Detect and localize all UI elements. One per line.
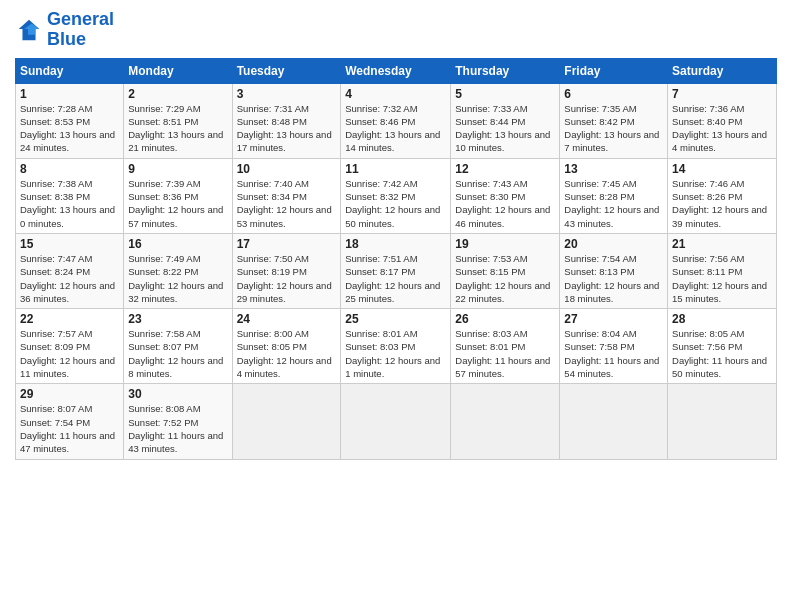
day-number: 27 [564,312,663,326]
calendar-cell: 3Sunrise: 7:31 AMSunset: 8:48 PMDaylight… [232,83,341,158]
calendar-body: 1Sunrise: 7:28 AMSunset: 8:53 PMDaylight… [16,83,777,459]
day-info: Sunrise: 7:58 AMSunset: 8:07 PMDaylight:… [128,327,227,380]
day-info: Sunrise: 7:50 AMSunset: 8:19 PMDaylight:… [237,252,337,305]
day-info: Sunrise: 7:43 AMSunset: 8:30 PMDaylight:… [455,177,555,230]
calendar-cell: 17Sunrise: 7:50 AMSunset: 8:19 PMDayligh… [232,233,341,308]
day-number: 25 [345,312,446,326]
day-number: 1 [20,87,119,101]
calendar-header-row: SundayMondayTuesdayWednesdayThursdayFrid… [16,58,777,83]
header: General Blue [15,10,777,50]
calendar-cell: 16Sunrise: 7:49 AMSunset: 8:22 PMDayligh… [124,233,232,308]
logo: General Blue [15,10,114,50]
calendar-cell: 15Sunrise: 7:47 AMSunset: 8:24 PMDayligh… [16,233,124,308]
logo-text: General Blue [47,10,114,50]
day-number: 24 [237,312,337,326]
day-number: 3 [237,87,337,101]
day-info: Sunrise: 7:45 AMSunset: 8:28 PMDaylight:… [564,177,663,230]
calendar-cell: 25Sunrise: 8:01 AMSunset: 8:03 PMDayligh… [341,309,451,384]
day-number: 15 [20,237,119,251]
day-number: 28 [672,312,772,326]
day-number: 6 [564,87,663,101]
day-info: Sunrise: 7:31 AMSunset: 8:48 PMDaylight:… [237,102,337,155]
day-number: 17 [237,237,337,251]
calendar-cell: 27Sunrise: 8:04 AMSunset: 7:58 PMDayligh… [560,309,668,384]
day-info: Sunrise: 7:39 AMSunset: 8:36 PMDaylight:… [128,177,227,230]
calendar-day-header: Monday [124,58,232,83]
calendar-cell: 20Sunrise: 7:54 AMSunset: 8:13 PMDayligh… [560,233,668,308]
calendar-cell: 19Sunrise: 7:53 AMSunset: 8:15 PMDayligh… [451,233,560,308]
day-number: 14 [672,162,772,176]
day-number: 30 [128,387,227,401]
calendar-cell: 26Sunrise: 8:03 AMSunset: 8:01 PMDayligh… [451,309,560,384]
day-number: 7 [672,87,772,101]
calendar-cell: 4Sunrise: 7:32 AMSunset: 8:46 PMDaylight… [341,83,451,158]
calendar-table: SundayMondayTuesdayWednesdayThursdayFrid… [15,58,777,460]
day-info: Sunrise: 7:28 AMSunset: 8:53 PMDaylight:… [20,102,119,155]
day-number: 29 [20,387,119,401]
day-info: Sunrise: 7:56 AMSunset: 8:11 PMDaylight:… [672,252,772,305]
calendar-cell: 7Sunrise: 7:36 AMSunset: 8:40 PMDaylight… [668,83,777,158]
calendar-cell [560,384,668,459]
calendar-cell: 22Sunrise: 7:57 AMSunset: 8:09 PMDayligh… [16,309,124,384]
day-info: Sunrise: 7:51 AMSunset: 8:17 PMDaylight:… [345,252,446,305]
calendar-cell: 11Sunrise: 7:42 AMSunset: 8:32 PMDayligh… [341,158,451,233]
calendar-day-header: Tuesday [232,58,341,83]
calendar-day-header: Wednesday [341,58,451,83]
day-info: Sunrise: 7:42 AMSunset: 8:32 PMDaylight:… [345,177,446,230]
calendar-cell: 28Sunrise: 8:05 AMSunset: 7:56 PMDayligh… [668,309,777,384]
calendar-week-row: 29Sunrise: 8:07 AMSunset: 7:54 PMDayligh… [16,384,777,459]
day-number: 23 [128,312,227,326]
day-info: Sunrise: 7:35 AMSunset: 8:42 PMDaylight:… [564,102,663,155]
calendar-cell: 6Sunrise: 7:35 AMSunset: 8:42 PMDaylight… [560,83,668,158]
day-info: Sunrise: 8:01 AMSunset: 8:03 PMDaylight:… [345,327,446,380]
calendar-cell: 14Sunrise: 7:46 AMSunset: 8:26 PMDayligh… [668,158,777,233]
calendar-cell [451,384,560,459]
calendar-week-row: 15Sunrise: 7:47 AMSunset: 8:24 PMDayligh… [16,233,777,308]
day-info: Sunrise: 7:38 AMSunset: 8:38 PMDaylight:… [20,177,119,230]
calendar-cell: 2Sunrise: 7:29 AMSunset: 8:51 PMDaylight… [124,83,232,158]
calendar-cell: 21Sunrise: 7:56 AMSunset: 8:11 PMDayligh… [668,233,777,308]
logo-icon [15,16,43,44]
day-info: Sunrise: 7:40 AMSunset: 8:34 PMDaylight:… [237,177,337,230]
day-number: 8 [20,162,119,176]
calendar-week-row: 1Sunrise: 7:28 AMSunset: 8:53 PMDaylight… [16,83,777,158]
day-number: 12 [455,162,555,176]
page-container: General Blue SundayMondayTuesdayWednesda… [0,0,792,470]
day-info: Sunrise: 8:08 AMSunset: 7:52 PMDaylight:… [128,402,227,455]
calendar-week-row: 8Sunrise: 7:38 AMSunset: 8:38 PMDaylight… [16,158,777,233]
calendar-cell: 10Sunrise: 7:40 AMSunset: 8:34 PMDayligh… [232,158,341,233]
day-info: Sunrise: 8:03 AMSunset: 8:01 PMDaylight:… [455,327,555,380]
day-info: Sunrise: 7:29 AMSunset: 8:51 PMDaylight:… [128,102,227,155]
day-number: 4 [345,87,446,101]
day-info: Sunrise: 7:36 AMSunset: 8:40 PMDaylight:… [672,102,772,155]
calendar-cell: 9Sunrise: 7:39 AMSunset: 8:36 PMDaylight… [124,158,232,233]
day-number: 10 [237,162,337,176]
calendar-cell: 18Sunrise: 7:51 AMSunset: 8:17 PMDayligh… [341,233,451,308]
calendar-cell [668,384,777,459]
day-info: Sunrise: 7:49 AMSunset: 8:22 PMDaylight:… [128,252,227,305]
day-number: 9 [128,162,227,176]
day-info: Sunrise: 7:32 AMSunset: 8:46 PMDaylight:… [345,102,446,155]
day-info: Sunrise: 8:05 AMSunset: 7:56 PMDaylight:… [672,327,772,380]
day-number: 5 [455,87,555,101]
calendar-cell: 8Sunrise: 7:38 AMSunset: 8:38 PMDaylight… [16,158,124,233]
calendar-cell: 23Sunrise: 7:58 AMSunset: 8:07 PMDayligh… [124,309,232,384]
calendar-day-header: Friday [560,58,668,83]
calendar-cell: 30Sunrise: 8:08 AMSunset: 7:52 PMDayligh… [124,384,232,459]
day-info: Sunrise: 7:33 AMSunset: 8:44 PMDaylight:… [455,102,555,155]
calendar-cell: 5Sunrise: 7:33 AMSunset: 8:44 PMDaylight… [451,83,560,158]
calendar-cell: 24Sunrise: 8:00 AMSunset: 8:05 PMDayligh… [232,309,341,384]
calendar-cell: 29Sunrise: 8:07 AMSunset: 7:54 PMDayligh… [16,384,124,459]
day-number: 18 [345,237,446,251]
calendar-day-header: Sunday [16,58,124,83]
day-info: Sunrise: 8:00 AMSunset: 8:05 PMDaylight:… [237,327,337,380]
day-number: 11 [345,162,446,176]
day-info: Sunrise: 8:07 AMSunset: 7:54 PMDaylight:… [20,402,119,455]
day-number: 22 [20,312,119,326]
day-number: 20 [564,237,663,251]
day-number: 19 [455,237,555,251]
day-info: Sunrise: 7:47 AMSunset: 8:24 PMDaylight:… [20,252,119,305]
day-number: 2 [128,87,227,101]
calendar-cell [232,384,341,459]
day-info: Sunrise: 8:04 AMSunset: 7:58 PMDaylight:… [564,327,663,380]
